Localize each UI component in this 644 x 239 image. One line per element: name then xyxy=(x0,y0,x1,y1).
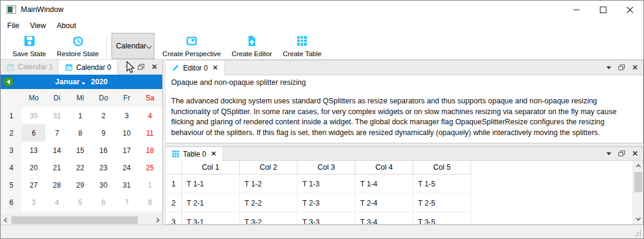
table-v-scrollbar[interactable] xyxy=(633,161,643,224)
table-cell[interactable]: T 3-4 xyxy=(355,213,413,224)
create-perspective-button[interactable]: Create Perspective xyxy=(157,33,227,59)
month-dropdown-icon[interactable] xyxy=(82,82,85,85)
day-cell[interactable]: 4 xyxy=(138,107,162,124)
day-cell[interactable]: 31 xyxy=(45,107,69,124)
day-cell[interactable]: 6 xyxy=(92,194,115,211)
dock-float-icon[interactable] xyxy=(618,62,625,73)
table-cell[interactable]: T 2-4 xyxy=(355,194,413,213)
day-cell[interactable]: 7 xyxy=(115,194,138,211)
dock-close-icon[interactable]: ✕ xyxy=(632,64,638,71)
column-header-4[interactable]: Col 4 xyxy=(355,161,413,174)
day-cell[interactable]: 10 xyxy=(115,124,138,142)
editor-content[interactable]: Opaque and non-opaque splitter resizing … xyxy=(166,75,643,143)
day-cell[interactable]: 24 xyxy=(115,159,138,176)
tab-calendar-1[interactable]: Calendar 1 xyxy=(1,60,59,74)
restore-state-button[interactable]: Restore State xyxy=(51,33,104,59)
table-cell[interactable]: T 1-2 xyxy=(240,174,298,194)
create-table-button[interactable]: Create Table xyxy=(277,33,327,59)
day-cell[interactable]: 8 xyxy=(138,194,162,211)
day-cell[interactable]: 5 xyxy=(69,194,92,211)
calendar-year-label[interactable]: 2020 xyxy=(91,78,108,86)
menu-item-file[interactable]: File xyxy=(2,20,24,32)
table-cell[interactable]: T 2-3 xyxy=(298,194,355,213)
table-cell[interactable]: T 2-2 xyxy=(240,194,298,213)
table-cell[interactable]: T 1-4 xyxy=(355,174,413,194)
tab-calendar-0[interactable]: Calendar 0 xyxy=(59,60,118,75)
table-cell[interactable]: T 3-1 xyxy=(182,213,240,224)
day-cell[interactable]: 11 xyxy=(138,124,162,142)
day-cell[interactable]: 29 xyxy=(69,176,92,194)
day-cell[interactable]: 22 xyxy=(69,159,92,176)
day-cell[interactable]: 7 xyxy=(45,124,69,142)
day-cell[interactable]: 17 xyxy=(115,142,138,159)
day-cell[interactable]: 9 xyxy=(92,124,115,142)
scrollbar-thumb[interactable] xyxy=(11,216,138,224)
table-cell[interactable]: T 3-5 xyxy=(413,213,471,224)
tab-table-0[interactable]: Table 0 ✕ xyxy=(166,147,223,161)
day-cell[interactable]: 21 xyxy=(45,159,69,176)
dock-menu-icon[interactable] xyxy=(126,66,131,69)
day-cell[interactable]: 20 xyxy=(22,159,45,176)
dock-menu-icon[interactable] xyxy=(606,66,611,69)
column-header-1[interactable]: Col 1 xyxy=(182,161,240,174)
day-cell[interactable]: 23 xyxy=(92,159,115,176)
close-button[interactable] xyxy=(617,1,643,19)
day-cell[interactable]: 2 xyxy=(92,107,115,124)
day-cell[interactable]: 8 xyxy=(69,124,92,142)
day-cell[interactable]: 16 xyxy=(92,142,115,159)
table-cell[interactable]: T 3-3 xyxy=(298,213,355,224)
day-cell[interactable]: 3 xyxy=(115,107,138,124)
tab-editor-0[interactable]: Editor 0 ✕ xyxy=(166,60,225,75)
day-cell[interactable]: 31 xyxy=(115,176,138,194)
column-header-3[interactable]: Col 3 xyxy=(298,161,355,174)
minimize-button[interactable] xyxy=(563,1,590,19)
day-cell[interactable]: 30 xyxy=(22,107,45,124)
dock-close-icon[interactable]: ✕ xyxy=(151,63,157,71)
dock-float-icon[interactable] xyxy=(618,148,625,159)
row-number[interactable]: 3 xyxy=(166,213,182,224)
perspective-combobox[interactable]: Calendar xyxy=(112,33,154,59)
day-cell[interactable]: 28 xyxy=(45,176,69,194)
scroll-right-icon[interactable] xyxy=(153,215,162,225)
dock-close-icon[interactable]: ✕ xyxy=(632,150,638,157)
day-cell[interactable]: 1 xyxy=(138,176,162,194)
table-cell[interactable]: T 2-1 xyxy=(182,194,240,213)
day-cell[interactable]: 27 xyxy=(22,176,45,194)
dock-menu-icon[interactable] xyxy=(606,152,611,155)
day-cell[interactable]: 1 xyxy=(69,107,92,124)
scroll-left-icon[interactable] xyxy=(1,215,10,225)
column-header-2[interactable]: Col 2 xyxy=(240,161,298,174)
table-cell[interactable]: T 3-2 xyxy=(240,213,298,224)
toolbar-drag-handle[interactable] xyxy=(2,35,6,57)
create-editor-button[interactable]: Create Editor xyxy=(226,33,277,59)
save-state-button[interactable]: Save State xyxy=(7,33,51,59)
menu-item-about[interactable]: About xyxy=(51,20,82,32)
day-cell[interactable]: 15 xyxy=(69,142,92,159)
scrollbar-thumb[interactable] xyxy=(634,172,642,192)
day-cell[interactable]: 18 xyxy=(138,142,162,159)
day-cell[interactable]: 30 xyxy=(92,176,115,194)
dock-float-icon[interactable] xyxy=(138,62,144,72)
scroll-up-icon[interactable] xyxy=(633,161,643,171)
row-number[interactable]: 2 xyxy=(166,194,182,213)
day-cell[interactable]: 14 xyxy=(45,142,69,159)
tab-close-icon[interactable]: ✕ xyxy=(211,151,216,157)
table-cell[interactable]: T 1-1 xyxy=(182,174,240,194)
day-cell[interactable]: 13 xyxy=(22,142,45,159)
calendar-month-label[interactable]: Januar xyxy=(55,78,80,86)
row-number[interactable]: 1 xyxy=(166,174,182,194)
table-cell[interactable]: T 1-5 xyxy=(413,174,471,194)
scroll-down-icon[interactable] xyxy=(633,214,643,224)
day-cell[interactable]: 25 xyxy=(138,159,162,176)
day-cell[interactable]: 6 xyxy=(22,124,45,142)
day-cell[interactable]: 4 xyxy=(45,194,69,211)
day-cell[interactable]: 3 xyxy=(22,194,45,211)
maximize-button[interactable] xyxy=(590,1,617,19)
prev-month-button[interactable] xyxy=(3,76,14,87)
size-grip[interactable] xyxy=(634,229,642,237)
column-header-5[interactable]: Col 5 xyxy=(413,161,471,174)
calendar-h-scrollbar[interactable] xyxy=(1,215,162,225)
table-cell[interactable]: T 2-5 xyxy=(413,194,471,213)
table-cell[interactable]: T 1-3 xyxy=(298,174,355,194)
menu-item-view[interactable]: View xyxy=(24,20,51,32)
